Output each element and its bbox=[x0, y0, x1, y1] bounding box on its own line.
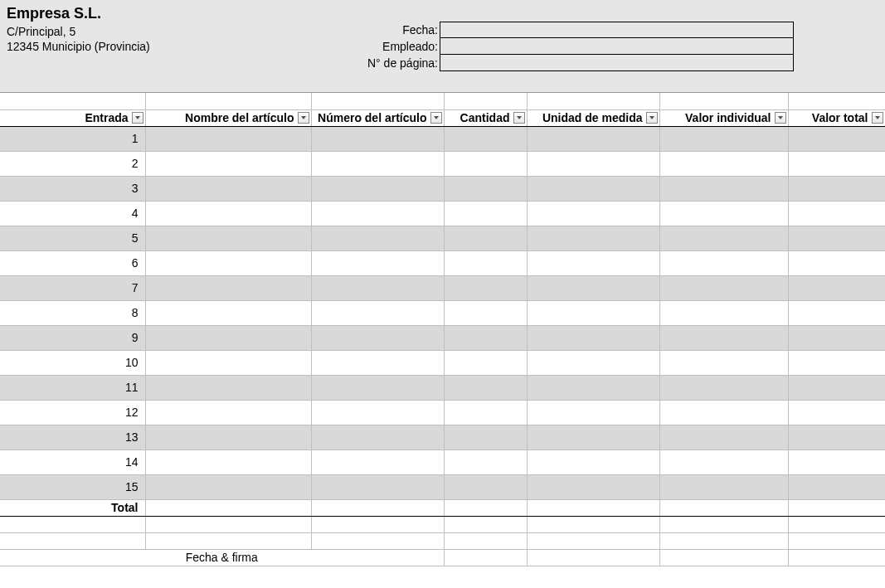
data-cell[interactable] bbox=[311, 375, 444, 400]
data-cell[interactable] bbox=[444, 176, 527, 201]
filter-icon[interactable] bbox=[430, 112, 442, 124]
data-cell[interactable] bbox=[527, 325, 659, 350]
data-cell[interactable] bbox=[788, 126, 885, 151]
data-cell[interactable] bbox=[659, 126, 788, 151]
row-number-cell[interactable]: 4 bbox=[0, 201, 145, 226]
data-cell[interactable] bbox=[311, 151, 444, 176]
data-cell[interactable] bbox=[145, 151, 311, 176]
data-cell[interactable] bbox=[527, 250, 659, 275]
row-number-cell[interactable]: 7 bbox=[0, 275, 145, 300]
data-cell[interactable] bbox=[311, 275, 444, 300]
data-cell[interactable] bbox=[444, 350, 527, 375]
data-cell[interactable] bbox=[145, 474, 311, 499]
data-cell[interactable] bbox=[444, 325, 527, 350]
col-nombre[interactable]: Nombre del artículo bbox=[145, 109, 311, 126]
data-cell[interactable] bbox=[788, 250, 885, 275]
data-cell[interactable] bbox=[659, 275, 788, 300]
data-cell[interactable] bbox=[659, 450, 788, 474]
data-cell[interactable] bbox=[145, 300, 311, 325]
data-cell[interactable] bbox=[659, 250, 788, 275]
data-cell[interactable] bbox=[311, 425, 444, 450]
data-cell[interactable] bbox=[311, 350, 444, 375]
row-number-cell[interactable]: 10 bbox=[0, 350, 145, 375]
filter-icon[interactable] bbox=[646, 112, 658, 124]
data-cell[interactable] bbox=[527, 226, 659, 250]
data-cell[interactable] bbox=[145, 250, 311, 275]
row-number-cell[interactable]: 8 bbox=[0, 300, 145, 325]
data-cell[interactable] bbox=[444, 400, 527, 425]
data-cell[interactable] bbox=[444, 275, 527, 300]
data-cell[interactable] bbox=[145, 226, 311, 250]
data-cell[interactable] bbox=[444, 250, 527, 275]
data-cell[interactable] bbox=[659, 176, 788, 201]
data-cell[interactable] bbox=[659, 425, 788, 450]
col-valor-ind[interactable]: Valor individual bbox=[659, 109, 788, 126]
data-cell[interactable] bbox=[311, 250, 444, 275]
data-cell[interactable] bbox=[145, 425, 311, 450]
data-cell[interactable] bbox=[444, 425, 527, 450]
data-cell[interactable] bbox=[311, 226, 444, 250]
data-cell[interactable] bbox=[444, 201, 527, 226]
data-cell[interactable] bbox=[311, 126, 444, 151]
data-cell[interactable] bbox=[659, 350, 788, 375]
data-cell[interactable] bbox=[659, 474, 788, 499]
data-cell[interactable] bbox=[788, 226, 885, 250]
data-cell[interactable] bbox=[527, 450, 659, 474]
col-entrada[interactable]: Entrada bbox=[0, 109, 145, 126]
row-number-cell[interactable]: 9 bbox=[0, 325, 145, 350]
row-number-cell[interactable]: 13 bbox=[0, 425, 145, 450]
data-cell[interactable] bbox=[444, 450, 527, 474]
data-cell[interactable] bbox=[527, 474, 659, 499]
filter-icon[interactable] bbox=[775, 112, 786, 124]
data-cell[interactable] bbox=[444, 126, 527, 151]
data-cell[interactable] bbox=[527, 400, 659, 425]
data-cell[interactable] bbox=[659, 226, 788, 250]
col-cantidad[interactable]: Cantidad bbox=[444, 109, 527, 126]
data-cell[interactable] bbox=[145, 275, 311, 300]
data-cell[interactable] bbox=[527, 425, 659, 450]
row-number-cell[interactable]: 12 bbox=[0, 400, 145, 425]
data-cell[interactable] bbox=[788, 151, 885, 176]
data-cell[interactable] bbox=[145, 375, 311, 400]
data-cell[interactable] bbox=[788, 474, 885, 499]
data-cell[interactable] bbox=[659, 201, 788, 226]
data-cell[interactable] bbox=[788, 325, 885, 350]
data-cell[interactable] bbox=[527, 201, 659, 226]
data-cell[interactable] bbox=[527, 300, 659, 325]
col-numero[interactable]: Número del artículo bbox=[311, 109, 444, 126]
data-cell[interactable] bbox=[311, 450, 444, 474]
data-cell[interactable] bbox=[527, 275, 659, 300]
data-cell[interactable] bbox=[444, 375, 527, 400]
data-cell[interactable] bbox=[659, 400, 788, 425]
data-cell[interactable] bbox=[788, 450, 885, 474]
col-valor-tot[interactable]: Valor total bbox=[788, 109, 885, 126]
data-cell[interactable] bbox=[444, 151, 527, 176]
data-cell[interactable] bbox=[788, 275, 885, 300]
data-cell[interactable] bbox=[788, 425, 885, 450]
data-cell[interactable] bbox=[145, 350, 311, 375]
pagina-input[interactable] bbox=[440, 55, 794, 71]
data-cell[interactable] bbox=[527, 176, 659, 201]
row-number-cell[interactable]: 2 bbox=[0, 151, 145, 176]
data-cell[interactable] bbox=[311, 300, 444, 325]
empleado-input[interactable] bbox=[440, 38, 794, 55]
data-cell[interactable] bbox=[659, 375, 788, 400]
row-number-cell[interactable]: 5 bbox=[0, 226, 145, 250]
data-cell[interactable] bbox=[527, 126, 659, 151]
data-cell[interactable] bbox=[145, 176, 311, 201]
data-cell[interactable] bbox=[527, 375, 659, 400]
row-number-cell[interactable]: 3 bbox=[0, 176, 145, 201]
filter-icon[interactable] bbox=[513, 112, 525, 124]
data-cell[interactable] bbox=[311, 474, 444, 499]
data-cell[interactable] bbox=[788, 201, 885, 226]
data-cell[interactable] bbox=[145, 325, 311, 350]
data-cell[interactable] bbox=[145, 450, 311, 474]
data-cell[interactable] bbox=[788, 400, 885, 425]
filter-icon[interactable] bbox=[872, 112, 883, 124]
data-cell[interactable] bbox=[444, 474, 527, 499]
data-cell[interactable] bbox=[444, 300, 527, 325]
data-cell[interactable] bbox=[788, 300, 885, 325]
row-number-cell[interactable]: 1 bbox=[0, 126, 145, 151]
filter-icon[interactable] bbox=[298, 112, 309, 124]
data-cell[interactable] bbox=[145, 400, 311, 425]
